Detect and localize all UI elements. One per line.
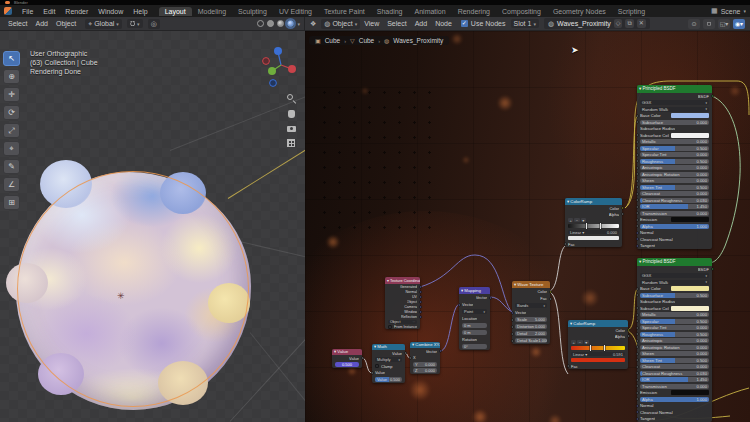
tool-add-cube-button[interactable]: ⊞ bbox=[3, 195, 20, 210]
node-socket[interactable] bbox=[419, 315, 422, 318]
node-row-slider[interactable]: Scale5.000 bbox=[512, 316, 550, 323]
node-row-slider[interactable]: Anisotropic Rotation0.000 bbox=[637, 344, 712, 351]
tool-cursor-button[interactable]: ⊕ bbox=[3, 69, 20, 84]
ramp-button[interactable]: ▾ bbox=[581, 218, 586, 223]
breadcrumb-item[interactable]: Cube bbox=[325, 37, 341, 44]
node-socket[interactable] bbox=[636, 359, 639, 362]
node-value[interactable]: ▾ ValueValue0.500 bbox=[332, 349, 362, 368]
menu-help[interactable]: Help bbox=[128, 8, 152, 15]
node-row-slider[interactable]: Clearcoat Roughness0.030 bbox=[637, 197, 712, 204]
node-socket[interactable] bbox=[636, 225, 639, 228]
node-socket[interactable] bbox=[419, 290, 422, 293]
node-socket[interactable] bbox=[711, 95, 714, 98]
node-socket[interactable] bbox=[636, 244, 639, 247]
slot-dropdown[interactable]: Slot 1 ▾ bbox=[511, 19, 539, 28]
ramp-button[interactable]: + bbox=[571, 340, 576, 345]
ramp-button[interactable]: ▾ bbox=[584, 340, 589, 345]
node-row-drop[interactable]: Bands▾ bbox=[512, 302, 550, 309]
grid-toggle-icon[interactable] bbox=[286, 137, 297, 148]
node-socket[interactable] bbox=[636, 179, 639, 182]
menu-edit[interactable]: Edit bbox=[38, 8, 60, 15]
node-row-slider[interactable]: 0° bbox=[459, 343, 490, 350]
color-swatch[interactable] bbox=[671, 133, 709, 138]
use-nodes-checkbox[interactable]: ✓ Use Nodes bbox=[461, 20, 506, 27]
node-socket[interactable] bbox=[511, 325, 514, 328]
node-socket[interactable] bbox=[567, 365, 570, 368]
node-socket[interactable] bbox=[636, 333, 639, 336]
node-principled-1[interactable]: ▾ Principled BSDFBSDFGGX▾Random Walk▾Bas… bbox=[637, 85, 712, 249]
viewport-menu-object[interactable]: Object bbox=[52, 20, 80, 27]
node-socket[interactable] bbox=[636, 326, 639, 329]
node-socket[interactable] bbox=[458, 303, 461, 306]
node-row-slider[interactable]: Value0.500 bbox=[372, 376, 405, 383]
tool-move-button[interactable]: ✛ bbox=[3, 87, 20, 102]
orientation-dropdown[interactable]: ⌖ Global ▾ bbox=[85, 19, 122, 29]
color-swatch[interactable] bbox=[671, 306, 709, 311]
node-color-ramp-1[interactable]: ▾ ColorRampColorAlpha+−▾Linear ▾0.000Fac bbox=[565, 198, 622, 247]
node-socket[interactable] bbox=[636, 121, 639, 124]
breadcrumb-item[interactable]: Waves_Proximity bbox=[393, 37, 443, 44]
shader-menu-view[interactable]: View bbox=[360, 20, 383, 27]
node-socket[interactable] bbox=[636, 346, 639, 349]
node-socket[interactable] bbox=[636, 378, 639, 381]
node-principled-2[interactable]: ▾ Principled BSDFBSDFGGX▾Random Walk▾Bas… bbox=[637, 258, 712, 422]
node-socket[interactable] bbox=[409, 356, 412, 359]
navigation-gizmo[interactable] bbox=[261, 44, 301, 90]
node-socket[interactable] bbox=[636, 231, 639, 234]
solid-shading-button[interactable] bbox=[267, 20, 274, 27]
color-swatch[interactable] bbox=[671, 286, 709, 291]
node-texture-coordinate[interactable]: ▾ Texture CoordinateGeneratedNormalUVObj… bbox=[385, 277, 420, 329]
node-socket[interactable] bbox=[636, 287, 639, 290]
viewport-3d[interactable]: ✳ User Orthographic (63) Collection | Cu… bbox=[0, 31, 305, 422]
node-header[interactable]: ▾ Principled BSDF bbox=[637, 85, 712, 93]
shader-menu-select[interactable]: Select bbox=[383, 20, 410, 27]
node-wave-texture[interactable]: ▾ Wave TextureColorFacBands▾VectorScale5… bbox=[512, 281, 550, 344]
breadcrumb-item[interactable]: Cube bbox=[359, 37, 375, 44]
tab-scripting[interactable]: Scripting bbox=[612, 7, 651, 16]
node-socket[interactable] bbox=[636, 417, 639, 420]
wireframe-shading-button[interactable] bbox=[257, 20, 264, 27]
ramp-button[interactable]: + bbox=[568, 218, 573, 223]
backdrop-dropdown-button[interactable]: ◉▾ bbox=[733, 19, 745, 29]
node-socket[interactable] bbox=[361, 357, 364, 360]
node-row-slider[interactable]: Z0.000 bbox=[410, 368, 440, 375]
editor-type-icon[interactable]: ❖ bbox=[310, 20, 316, 28]
pan-hand-icon[interactable] bbox=[286, 108, 297, 119]
node-socket[interactable] bbox=[636, 313, 639, 316]
color-swatch[interactable] bbox=[671, 113, 709, 118]
menu-file[interactable]: File bbox=[17, 8, 38, 15]
tab-sculpting[interactable]: Sculpting bbox=[232, 7, 273, 16]
scene-selector[interactable]: ▦ Scene ▾ bbox=[711, 7, 746, 15]
node-header[interactable]: ▾ Principled BSDF bbox=[637, 258, 712, 266]
node-socket[interactable] bbox=[549, 297, 552, 300]
tab-geometry-nodes[interactable]: Geometry Nodes bbox=[547, 7, 612, 16]
tab-texture-paint[interactable]: Texture Paint bbox=[318, 7, 371, 16]
node-socket[interactable] bbox=[511, 339, 514, 342]
tool-annotate-button[interactable]: ✎ bbox=[3, 159, 20, 174]
tab-compositing[interactable]: Compositing bbox=[496, 7, 547, 16]
node-socket[interactable] bbox=[636, 166, 639, 169]
node-socket[interactable] bbox=[489, 296, 492, 299]
node-row-check[interactable]: From Instancer bbox=[385, 324, 420, 329]
overlays-dropdown-button[interactable]: ◱▾ bbox=[718, 19, 730, 29]
shader-node-editor[interactable]: ▾ ValueValue0.500▾ MathValueMultiply▾Cla… bbox=[305, 31, 750, 422]
ramp-button[interactable]: − bbox=[574, 218, 579, 223]
tool-transform-button[interactable]: ⌖ bbox=[3, 141, 20, 156]
node-socket[interactable] bbox=[711, 268, 714, 271]
fake-user-shield-button[interactable]: ◇ bbox=[614, 19, 623, 28]
node-socket[interactable] bbox=[636, 205, 639, 208]
node-socket[interactable] bbox=[636, 153, 639, 156]
zoom-icon[interactable] bbox=[286, 93, 297, 104]
node-combine-xyz[interactable]: ▾ Combine XYZVectorXY0.000Z0.000 bbox=[410, 342, 440, 374]
node-row-slider[interactable]: Detail Scale1.000 bbox=[512, 337, 550, 344]
color-swatch[interactable] bbox=[671, 217, 709, 222]
node-socket[interactable] bbox=[636, 160, 639, 163]
node-row-slider[interactable]: 0 m bbox=[459, 329, 490, 336]
node-header[interactable]: ▾ ColorRamp bbox=[565, 198, 622, 205]
shader-menu-node[interactable]: Node bbox=[431, 20, 456, 27]
unlink-material-button[interactable]: ✕ bbox=[637, 19, 646, 28]
node-socket[interactable] bbox=[636, 339, 639, 342]
ramp-button[interactable]: − bbox=[577, 340, 582, 345]
node-socket[interactable] bbox=[636, 114, 639, 117]
node-socket[interactable] bbox=[636, 385, 639, 388]
